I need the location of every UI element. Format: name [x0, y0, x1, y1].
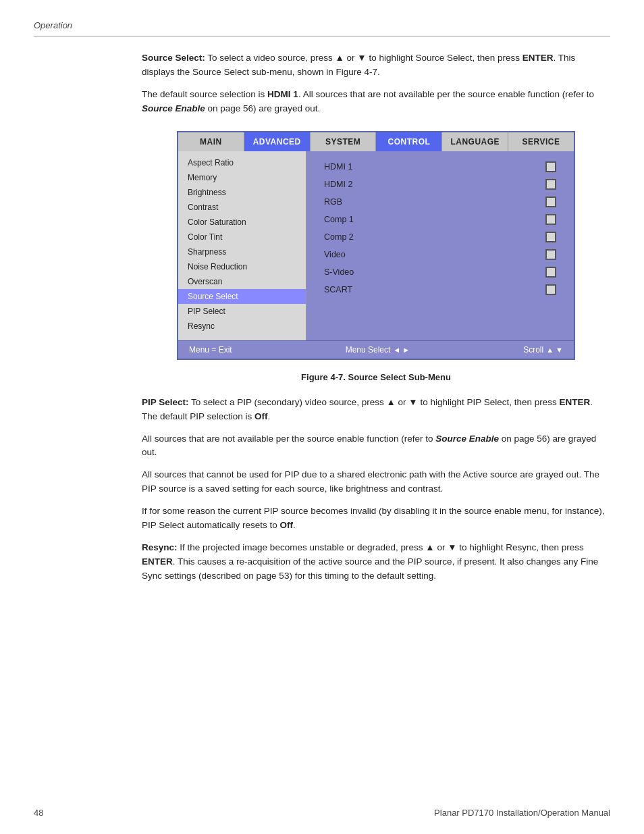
all-sources-p1: All sources that are not available per t…: [142, 434, 435, 444]
menu-select-label: Menu Select: [346, 345, 391, 355]
tab-service[interactable]: SERVICE: [508, 132, 574, 151]
section-label: Operation: [34, 20, 72, 30]
source-label-video: Video: [324, 250, 346, 259]
pip-select-enter: ENTER: [560, 397, 591, 407]
menu-exit-label: Menu = Exit: [189, 345, 232, 355]
resync-title: Resync:: [142, 542, 178, 552]
default-source-para: The default source selection is HDMI 1. …: [142, 88, 610, 116]
footer-scroll: Scroll ▲ ▼: [523, 345, 563, 355]
source-row-comp2[interactable]: Comp 2: [317, 228, 563, 246]
divider: [34, 36, 610, 36]
source-row-video[interactable]: Video: [317, 246, 563, 263]
source-select-title: Source Select:: [142, 53, 205, 63]
pip-invalid-para: If for some reason the current PIP sourc…: [142, 504, 610, 533]
menu-memory[interactable]: Memory: [178, 170, 306, 185]
resync-body: If the projected image becomes unstable …: [180, 542, 584, 552]
up-down-arrows: ▲ ▼: [546, 346, 563, 354]
doc-title: Planar PD7170 Installation/Operation Man…: [434, 808, 610, 818]
osd-tabs: MAIN ADVANCED SYSTEM CONTROL LANGUAGE SE…: [178, 132, 574, 151]
pip-select-end: .: [268, 411, 271, 421]
menu-brightness[interactable]: Brightness: [178, 185, 306, 200]
source-label-hdmi1: HDMI 1: [324, 162, 352, 172]
source-label-scart: SCART: [324, 285, 352, 294]
all-sources-para: All sources that are not available per t…: [142, 432, 610, 461]
tab-language[interactable]: LANGUAGE: [442, 132, 508, 151]
menu-color-saturation[interactable]: Color Saturation: [178, 215, 306, 230]
resync-body2: . This causes a re-acquisition of the ac…: [142, 556, 598, 581]
menu-noise-reduction[interactable]: Noise Reduction: [178, 259, 306, 274]
menu-resync[interactable]: Resync: [178, 319, 306, 334]
source-row-hdmi2[interactable]: HDMI 2: [317, 176, 563, 193]
source-label-rgb: RGB: [324, 197, 342, 207]
scroll-label: Scroll: [523, 345, 543, 355]
osd-footer: Menu = Exit Menu Select ◄ ► Scroll ▲ ▼: [178, 340, 574, 359]
osd-body: Aspect Ratio Memory Brightness Contrast …: [178, 151, 574, 340]
pip-invalid-bold: Off: [280, 520, 294, 530]
all-sources2-para: All sources that cannot be used for PIP …: [142, 468, 610, 496]
resync-enter: ENTER: [142, 556, 173, 567]
resync-para: Resync: If the projected image becomes u…: [142, 541, 610, 583]
source-row-hdmi1[interactable]: HDMI 1: [317, 158, 563, 176]
menu-color-tint[interactable]: Color Tint: [178, 230, 306, 244]
tab-control[interactable]: CONTROL: [376, 132, 442, 151]
source-row-scart[interactable]: SCART: [317, 281, 563, 298]
source-row-rgb[interactable]: RGB: [317, 193, 563, 211]
source-checkbox-hdmi2[interactable]: [545, 179, 556, 190]
source-select-body: To select a video source, press ▲ or ▼ t…: [207, 53, 522, 63]
default-source-p2: . All sources that are not available per…: [298, 89, 594, 99]
source-checkbox-svideo[interactable]: [545, 267, 556, 278]
pip-select-title: PIP Select:: [142, 397, 189, 407]
default-source-bold: HDMI 1: [267, 89, 298, 99]
osd-left-menu: Aspect Ratio Memory Brightness Contrast …: [178, 151, 306, 340]
menu-aspect-ratio[interactable]: Aspect Ratio: [178, 155, 306, 170]
pip-select-body: To select a PIP (secondary) video source…: [191, 397, 560, 407]
source-checkbox-video[interactable]: [545, 249, 556, 260]
page-header: Operation: [34, 20, 610, 30]
menu-source-select[interactable]: Source Select: [178, 289, 306, 304]
source-checkbox-comp1[interactable]: [545, 214, 556, 225]
pip-select-off: Off: [254, 411, 268, 421]
source-select-enter: ENTER: [522, 53, 554, 63]
source-label-comp2: Comp 2: [324, 232, 354, 242]
menu-pip-select[interactable]: PIP Select: [178, 304, 306, 319]
content-section: Source Select: To select a video source,…: [142, 51, 610, 583]
source-checkbox-hdmi1[interactable]: [545, 161, 556, 172]
default-source-p3: on page 56) are grayed out.: [205, 103, 320, 113]
source-checkbox-comp2[interactable]: [545, 232, 556, 242]
footer-menu-select: Menu Select ◄ ►: [346, 345, 410, 355]
source-label-comp1: Comp 1: [324, 215, 354, 224]
pip-select-para: PIP Select: To select a PIP (secondary) …: [142, 396, 610, 424]
page-footer: 48 Planar PD7170 Installation/Operation …: [34, 808, 610, 818]
tab-system[interactable]: SYSTEM: [311, 132, 377, 151]
pip-invalid-text: If for some reason the current PIP sourc…: [142, 506, 605, 530]
menu-contrast[interactable]: Contrast: [178, 200, 306, 215]
source-label-hdmi2: HDMI 2: [324, 180, 352, 189]
osd-menu: MAIN ADVANCED SYSTEM CONTROL LANGUAGE SE…: [177, 131, 575, 360]
left-right-arrows: ◄ ►: [393, 346, 410, 354]
pip-invalid-end: .: [293, 520, 296, 530]
source-checkbox-rgb[interactable]: [545, 197, 556, 207]
default-source-italic: Source Enable: [142, 103, 205, 113]
source-row-comp1[interactable]: Comp 1: [317, 211, 563, 228]
menu-sharpness[interactable]: Sharpness: [178, 244, 306, 259]
tab-advanced[interactable]: ADVANCED: [244, 132, 311, 151]
tab-main[interactable]: MAIN: [178, 132, 244, 151]
page-number: 48: [34, 808, 43, 818]
page-wrapper: Operation Source Select: To select a vid…: [0, 0, 644, 834]
source-row-svideo[interactable]: S-Video: [317, 263, 563, 281]
osd-right-panel: HDMI 1 HDMI 2 RGB Comp 1: [306, 151, 574, 340]
source-label-svideo: S-Video: [324, 267, 354, 277]
source-checkbox-scart[interactable]: [545, 284, 556, 295]
menu-overscan[interactable]: Overscan: [178, 274, 306, 289]
figure-caption: Figure 4-7. Source Select Sub-Menu: [142, 372, 610, 382]
source-select-para: Source Select: To select a video source,…: [142, 51, 610, 80]
all-sources-italic: Source Enable: [435, 434, 499, 444]
default-source-p1: The default source selection is: [142, 89, 267, 99]
footer-menu-exit: Menu = Exit: [189, 345, 232, 355]
